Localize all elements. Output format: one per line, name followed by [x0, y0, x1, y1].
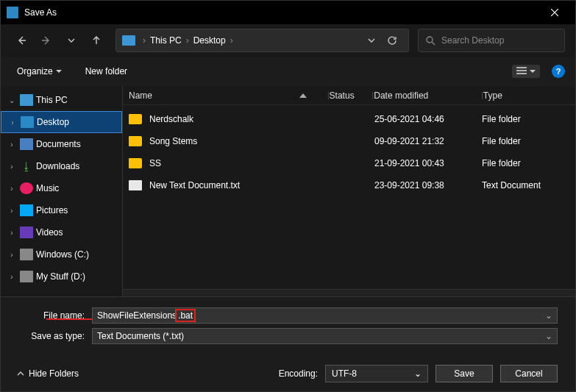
dropdown-caret-icon — [530, 68, 536, 74]
expand-icon[interactable]: › — [7, 207, 17, 215]
annotation-underline — [46, 318, 92, 320]
videos-icon — [20, 227, 33, 238]
filename-input[interactable]: ShowFileExtensions.bat ⌄ — [92, 307, 558, 324]
svg-point-0 — [427, 37, 433, 43]
hide-folders-button[interactable]: Hide Folders — [14, 366, 82, 382]
chevron-up-icon — [17, 370, 24, 377]
document-icon — [20, 138, 33, 150]
sidebar-item-thispc[interactable]: ⌄ This PC — [1, 89, 122, 111]
search-box[interactable]: Search Desktop — [418, 29, 565, 52]
forward-button[interactable] — [36, 30, 57, 51]
titlebar: Save As — [1, 1, 575, 24]
cancel-button[interactable]: Cancel — [500, 365, 558, 382]
file-row[interactable]: Song Stems 09-09-2021 21:32 File folder — [123, 130, 575, 152]
chevron-down-icon — [368, 37, 375, 44]
save-as-dialog: Save As › This PC › Desktop › — [0, 0, 576, 392]
saveastype-dropdown[interactable]: ⌄ — [541, 331, 552, 341]
breadcrumb-desktop[interactable]: Desktop — [191, 35, 229, 46]
file-row[interactable]: New Text Document.txt 23-09-2021 09:38 T… — [123, 174, 575, 196]
chevron-down-icon — [68, 37, 75, 44]
folder-icon — [129, 158, 142, 168]
address-bar[interactable]: › This PC › Desktop › — [115, 29, 409, 52]
folder-icon — [129, 114, 142, 124]
column-type[interactable]: Type — [483, 90, 569, 101]
folder-icon — [129, 136, 142, 146]
pictures-icon — [20, 204, 33, 216]
expand-icon[interactable]: › — [7, 229, 17, 237]
column-status[interactable]: Status — [330, 90, 372, 101]
search-icon — [426, 36, 435, 46]
breadcrumb-thispc[interactable]: This PC — [147, 35, 185, 46]
search-placeholder: Search Desktop — [441, 35, 504, 46]
view-mode-button[interactable] — [512, 65, 540, 78]
arrow-left-icon — [16, 35, 26, 46]
expand-icon[interactable]: › — [7, 163, 17, 171]
sidebar-item-mystuff-d[interactable]: › My Stuff (D:) — [1, 266, 122, 288]
filename-dropdown[interactable]: ⌄ — [541, 310, 552, 321]
drive-icon — [20, 249, 33, 260]
annotation-highlight: .bat — [175, 309, 196, 322]
expand-icon[interactable]: › — [7, 251, 17, 259]
breadcrumb-separator: › — [141, 35, 147, 46]
save-button[interactable]: Save — [435, 365, 493, 382]
expand-icon[interactable]: › — [7, 185, 17, 193]
back-button[interactable] — [11, 30, 32, 51]
sidebar-item-windows-c[interactable]: › Windows (C:) — [1, 243, 122, 266]
sidebar: ⌄ This PC › Desktop › Documents › ⭳ Down… — [1, 86, 123, 296]
music-icon — [20, 182, 33, 194]
drive-icon — [20, 271, 33, 282]
arrow-up-icon — [91, 35, 102, 46]
column-date[interactable]: Date modified — [374, 90, 481, 101]
breadcrumb-separator: › — [229, 35, 235, 46]
address-dropdown[interactable] — [361, 30, 382, 51]
text-file-icon — [129, 180, 142, 190]
help-button[interactable]: ? — [552, 65, 565, 78]
arrow-right-icon — [41, 35, 51, 46]
dropdown-caret-icon — [56, 68, 62, 74]
location-icon — [122, 35, 135, 46]
sidebar-item-downloads[interactable]: › ⭳ Downloads — [1, 155, 122, 177]
saveastype-select[interactable]: Text Documents (*.txt) ⌄ — [92, 328, 558, 344]
chevron-down-icon: ⌄ — [414, 368, 422, 379]
up-button[interactable] — [86, 30, 107, 51]
download-icon: ⭳ — [20, 160, 33, 172]
pc-icon — [20, 94, 33, 106]
sort-indicator-icon — [299, 93, 307, 98]
sidebar-item-videos[interactable]: › Videos — [1, 221, 122, 243]
close-button[interactable] — [540, 2, 569, 23]
list-view-icon — [516, 67, 527, 76]
file-row[interactable]: SS 21-09-2021 00:43 File folder — [123, 152, 575, 174]
desktop-icon — [21, 116, 34, 128]
main-area: ⌄ This PC › Desktop › Documents › ⭳ Down… — [1, 86, 575, 296]
encoding-label: Encoding: — [279, 368, 318, 379]
column-headers: Name | Status | Date modified | Type — [123, 86, 575, 105]
refresh-button[interactable] — [382, 30, 402, 51]
collapse-icon[interactable]: ⌄ — [7, 96, 17, 104]
expand-icon[interactable]: › — [7, 273, 17, 281]
new-folder-button[interactable]: New folder — [79, 63, 133, 79]
recent-dropdown[interactable] — [61, 30, 82, 51]
file-row[interactable]: Nerdschalk 25-06-2021 04:46 File folder — [123, 108, 575, 130]
encoding-select[interactable]: UTF-8 ⌄ — [325, 365, 428, 382]
saveastype-label: Save as type: — [18, 331, 92, 341]
footer: Hide Folders Encoding: UTF-8 ⌄ Save Canc… — [1, 359, 575, 391]
close-icon — [551, 9, 558, 16]
app-icon — [7, 7, 18, 18]
save-form: File name: ShowFileExtensions.bat ⌄ Save… — [1, 296, 575, 359]
column-name[interactable]: Name — [129, 90, 327, 101]
horizontal-scrollbar[interactable] — [123, 289, 575, 296]
refresh-icon — [387, 35, 397, 46]
file-list-pane: Name | Status | Date modified | Type Ner… — [123, 86, 575, 296]
organize-button[interactable]: Organize — [11, 63, 68, 79]
window-title: Save As — [24, 7, 540, 18]
toolbar: Organize New folder ? — [1, 57, 575, 86]
sidebar-item-music[interactable]: › Music — [1, 177, 122, 199]
expand-icon[interactable]: › — [7, 118, 18, 126]
sidebar-item-desktop[interactable]: › Desktop — [1, 111, 122, 133]
navigation-bar: › This PC › Desktop › Search Desktop — [1, 24, 575, 57]
sidebar-item-documents[interactable]: › Documents — [1, 133, 122, 155]
file-list: Nerdschalk 25-06-2021 04:46 File folder … — [123, 105, 575, 289]
sidebar-item-pictures[interactable]: › Pictures — [1, 199, 122, 221]
breadcrumb-separator: › — [185, 35, 191, 46]
expand-icon[interactable]: › — [7, 140, 17, 149]
